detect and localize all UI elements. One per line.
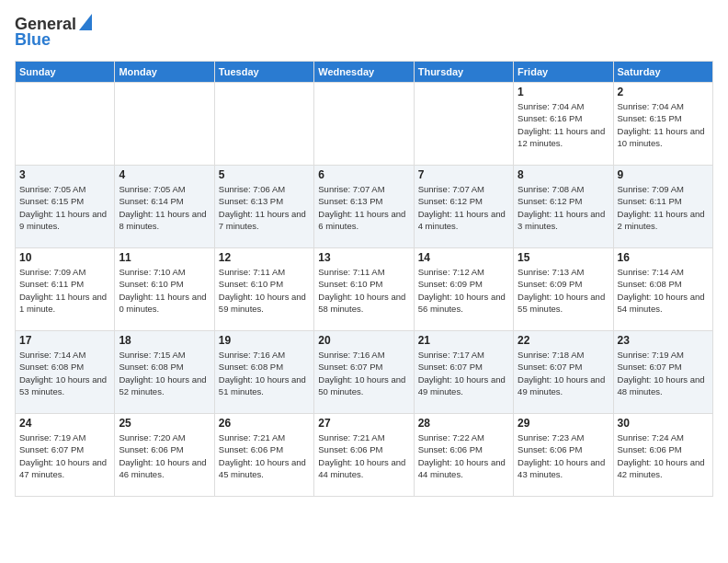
weekday-row: SundayMondayTuesdayWednesdayThursdayFrid… — [16, 62, 713, 83]
calendar-week-row: 17Sunrise: 7:14 AMSunset: 6:08 PMDayligh… — [16, 331, 713, 414]
calendar-cell — [414, 83, 513, 166]
calendar-cell: 12Sunrise: 7:11 AMSunset: 6:10 PMDayligh… — [214, 248, 313, 331]
calendar-cell: 18Sunrise: 7:15 AMSunset: 6:08 PMDayligh… — [115, 331, 214, 414]
day-info: Sunrise: 7:10 AMSunset: 6:10 PMDaylight:… — [119, 266, 210, 315]
day-info: Sunrise: 7:14 AMSunset: 6:08 PMDaylight:… — [618, 266, 709, 315]
page-header: General Blue — [15, 15, 713, 50]
day-info: Sunrise: 7:09 AMSunset: 6:11 PMDaylight:… — [19, 266, 110, 315]
calendar-cell: 6Sunrise: 7:07 AMSunset: 6:13 PMDaylight… — [314, 166, 414, 248]
day-number: 12 — [219, 251, 310, 264]
calendar-cell: 26Sunrise: 7:21 AMSunset: 6:06 PMDayligh… — [214, 414, 313, 497]
calendar-cell: 9Sunrise: 7:09 AMSunset: 6:11 PMDaylight… — [613, 166, 712, 248]
day-info: Sunrise: 7:19 AMSunset: 6:07 PMDaylight:… — [618, 349, 709, 397]
day-number: 26 — [219, 417, 310, 430]
calendar-cell: 5Sunrise: 7:06 AMSunset: 6:13 PMDaylight… — [214, 166, 313, 248]
day-number: 29 — [518, 417, 609, 430]
logo: General Blue — [15, 15, 92, 50]
calendar-cell — [314, 83, 414, 166]
calendar-cell: 16Sunrise: 7:14 AMSunset: 6:08 PMDayligh… — [613, 248, 712, 331]
day-info: Sunrise: 7:07 AMSunset: 6:13 PMDaylight:… — [318, 183, 409, 232]
day-number: 19 — [219, 334, 310, 347]
day-number: 18 — [119, 334, 210, 347]
calendar-cell: 14Sunrise: 7:12 AMSunset: 6:09 PMDayligh… — [414, 248, 513, 331]
calendar-body: 1Sunrise: 7:04 AMSunset: 6:16 PMDaylight… — [16, 83, 713, 497]
weekday-header: Friday — [514, 62, 613, 83]
calendar-week-row: 24Sunrise: 7:19 AMSunset: 6:07 PMDayligh… — [16, 414, 713, 497]
day-info: Sunrise: 7:18 AMSunset: 6:07 PMDaylight:… — [518, 349, 609, 397]
day-info: Sunrise: 7:04 AMSunset: 6:15 PMDaylight:… — [618, 100, 709, 149]
day-number: 6 — [318, 168, 409, 181]
calendar-cell: 15Sunrise: 7:13 AMSunset: 6:09 PMDayligh… — [514, 248, 613, 331]
day-number: 2 — [618, 86, 709, 98]
day-number: 16 — [618, 251, 709, 264]
weekday-header: Saturday — [613, 62, 712, 83]
calendar-week-row: 1Sunrise: 7:04 AMSunset: 6:16 PMDaylight… — [16, 83, 713, 166]
calendar-cell — [214, 83, 313, 166]
logo-arrow-icon — [79, 14, 92, 30]
calendar-cell: 3Sunrise: 7:05 AMSunset: 6:15 PMDaylight… — [16, 166, 115, 248]
calendar-week-row: 10Sunrise: 7:09 AMSunset: 6:11 PMDayligh… — [16, 248, 713, 331]
day-number: 11 — [119, 251, 210, 264]
day-number: 15 — [518, 251, 609, 264]
day-number: 30 — [618, 417, 709, 430]
day-info: Sunrise: 7:04 AMSunset: 6:16 PMDaylight:… — [518, 100, 609, 149]
day-number: 22 — [518, 334, 609, 347]
weekday-header: Thursday — [414, 62, 513, 83]
day-info: Sunrise: 7:08 AMSunset: 6:12 PMDaylight:… — [518, 183, 609, 232]
calendar-cell: 20Sunrise: 7:16 AMSunset: 6:07 PMDayligh… — [314, 331, 414, 414]
svg-marker-0 — [79, 14, 92, 30]
calendar-cell: 11Sunrise: 7:10 AMSunset: 6:10 PMDayligh… — [115, 248, 214, 331]
calendar-cell: 2Sunrise: 7:04 AMSunset: 6:15 PMDaylight… — [613, 83, 712, 166]
day-info: Sunrise: 7:11 AMSunset: 6:10 PMDaylight:… — [318, 266, 409, 315]
day-number: 4 — [119, 168, 210, 181]
day-info: Sunrise: 7:23 AMSunset: 6:06 PMDaylight:… — [518, 431, 609, 480]
day-number: 5 — [219, 168, 310, 181]
day-info: Sunrise: 7:21 AMSunset: 6:06 PMDaylight:… — [219, 431, 310, 480]
day-number: 13 — [318, 251, 409, 264]
calendar-cell: 29Sunrise: 7:23 AMSunset: 6:06 PMDayligh… — [514, 414, 613, 497]
day-info: Sunrise: 7:15 AMSunset: 6:08 PMDaylight:… — [119, 349, 210, 397]
day-number: 8 — [518, 168, 609, 181]
day-number: 24 — [19, 417, 110, 430]
calendar-cell: 4Sunrise: 7:05 AMSunset: 6:14 PMDaylight… — [115, 166, 214, 248]
day-info: Sunrise: 7:24 AMSunset: 6:06 PMDaylight:… — [618, 431, 709, 480]
day-number: 28 — [418, 417, 509, 430]
calendar-cell: 25Sunrise: 7:20 AMSunset: 6:06 PMDayligh… — [115, 414, 214, 497]
day-number: 10 — [19, 251, 110, 264]
day-info: Sunrise: 7:05 AMSunset: 6:15 PMDaylight:… — [19, 183, 110, 232]
day-number: 14 — [418, 251, 509, 264]
calendar-cell: 7Sunrise: 7:07 AMSunset: 6:12 PMDaylight… — [414, 166, 513, 248]
calendar-cell: 21Sunrise: 7:17 AMSunset: 6:07 PMDayligh… — [414, 331, 513, 414]
calendar-cell: 17Sunrise: 7:14 AMSunset: 6:08 PMDayligh… — [16, 331, 115, 414]
calendar-cell: 13Sunrise: 7:11 AMSunset: 6:10 PMDayligh… — [314, 248, 414, 331]
day-number: 9 — [618, 168, 709, 181]
calendar-cell: 28Sunrise: 7:22 AMSunset: 6:06 PMDayligh… — [414, 414, 513, 497]
calendar-cell — [16, 83, 115, 166]
day-number: 21 — [418, 334, 509, 347]
calendar-week-row: 3Sunrise: 7:05 AMSunset: 6:15 PMDaylight… — [16, 166, 713, 248]
calendar-cell: 22Sunrise: 7:18 AMSunset: 6:07 PMDayligh… — [514, 331, 613, 414]
calendar-cell: 10Sunrise: 7:09 AMSunset: 6:11 PMDayligh… — [16, 248, 115, 331]
calendar-cell: 23Sunrise: 7:19 AMSunset: 6:07 PMDayligh… — [613, 331, 712, 414]
weekday-header: Tuesday — [214, 62, 313, 83]
day-number: 20 — [318, 334, 409, 347]
calendar-cell: 30Sunrise: 7:24 AMSunset: 6:06 PMDayligh… — [613, 414, 712, 497]
calendar-cell: 8Sunrise: 7:08 AMSunset: 6:12 PMDaylight… — [514, 166, 613, 248]
day-number: 7 — [418, 168, 509, 181]
day-info: Sunrise: 7:07 AMSunset: 6:12 PMDaylight:… — [418, 183, 509, 232]
calendar-table: SundayMondayTuesdayWednesdayThursdayFrid… — [15, 61, 713, 497]
calendar-cell — [115, 83, 214, 166]
day-info: Sunrise: 7:21 AMSunset: 6:06 PMDaylight:… — [318, 431, 409, 480]
day-info: Sunrise: 7:20 AMSunset: 6:06 PMDaylight:… — [119, 431, 210, 480]
day-number: 23 — [618, 334, 709, 347]
calendar-cell: 24Sunrise: 7:19 AMSunset: 6:07 PMDayligh… — [16, 414, 115, 497]
weekday-header: Sunday — [16, 62, 115, 83]
calendar-cell: 19Sunrise: 7:16 AMSunset: 6:08 PMDayligh… — [214, 331, 313, 414]
day-info: Sunrise: 7:06 AMSunset: 6:13 PMDaylight:… — [219, 183, 310, 232]
day-number: 25 — [119, 417, 210, 430]
weekday-header: Monday — [115, 62, 214, 83]
day-info: Sunrise: 7:16 AMSunset: 6:08 PMDaylight:… — [219, 349, 310, 397]
calendar-cell: 27Sunrise: 7:21 AMSunset: 6:06 PMDayligh… — [314, 414, 414, 497]
day-info: Sunrise: 7:13 AMSunset: 6:09 PMDaylight:… — [518, 266, 609, 315]
day-number: 27 — [318, 417, 409, 430]
